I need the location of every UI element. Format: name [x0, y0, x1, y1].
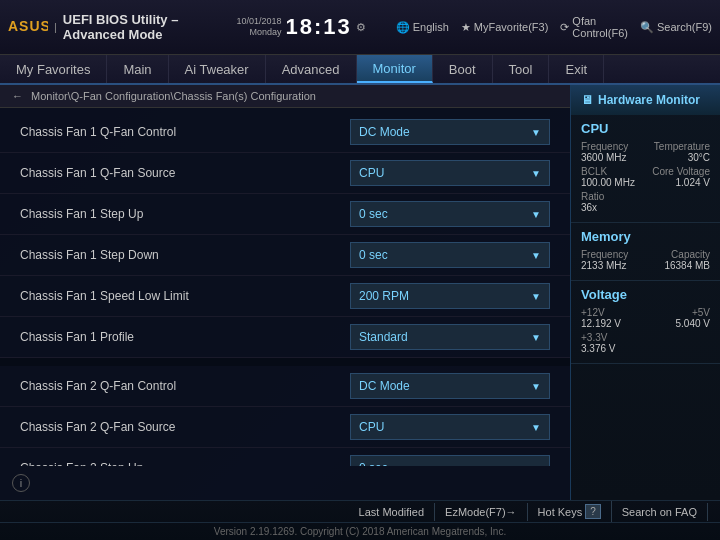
- dropdown-arrow-icon: ▼: [531, 291, 541, 302]
- hardware-monitor-title: 🖥 Hardware Monitor: [571, 85, 720, 115]
- hw-mem-freq-value: 2133 MHz: [581, 260, 628, 271]
- dropdown-arrow-icon: ▼: [531, 332, 541, 343]
- cf2-qfan-control-dropdown[interactable]: DC Mode ▼: [350, 373, 550, 399]
- table-row: Chassis Fan 1 Step Down 0 sec ▼: [0, 235, 570, 276]
- nav-my-favorites[interactable]: My Favorites: [0, 55, 107, 83]
- dropdown-arrow-icon: ▼: [531, 209, 541, 220]
- cf1-step-up-dropdown[interactable]: 0 sec ▼: [350, 201, 550, 227]
- settings-gear-icon[interactable]: ⚙: [356, 21, 366, 34]
- settings-list: Chassis Fan 1 Q-Fan Control DC Mode ▼ Ch…: [0, 108, 570, 466]
- hw-12v-value: 12.192 V: [581, 318, 621, 329]
- breadcrumb-text: Monitor\Q-Fan Configuration\Chassis Fan(…: [31, 90, 316, 102]
- nav-main[interactable]: Main: [107, 55, 168, 83]
- nav-tool[interactable]: Tool: [493, 55, 550, 83]
- hot-keys-badge: ?: [585, 504, 601, 519]
- svg-text:ASUS: ASUS: [8, 18, 48, 34]
- hw-33v-value: 3.376 V: [581, 343, 710, 354]
- nav-boot[interactable]: Boot: [433, 55, 493, 83]
- logo-divider: |: [54, 21, 57, 33]
- hw-bclk-value: 100.00 MHz: [581, 177, 635, 188]
- nav-advanced[interactable]: Advanced: [266, 55, 357, 83]
- cf1-qfan-source-label: Chassis Fan 1 Q-Fan Source: [20, 166, 350, 180]
- table-row: Chassis Fan 1 Q-Fan Source CPU ▼: [0, 153, 570, 194]
- back-arrow[interactable]: ←: [12, 90, 23, 102]
- hw-memory-title: Memory: [581, 229, 710, 244]
- hw-freq-label: Frequency: [581, 141, 628, 152]
- cf2-qfan-source-dropdown[interactable]: CPU ▼: [350, 414, 550, 440]
- hw-memory-section: Memory Frequency 2133 MHz Capacity 16384…: [571, 223, 720, 281]
- hw-voltage-title: Voltage: [581, 287, 710, 302]
- hw-mem-cap-value: 16384 MB: [664, 260, 710, 271]
- cf1-qfan-control-dropdown[interactable]: DC Mode ▼: [350, 119, 550, 145]
- hardware-monitor-panel: 🖥 Hardware Monitor CPU Frequency 3600 MH…: [570, 85, 720, 500]
- hw-temp-label: Temperature: [654, 141, 710, 152]
- dropdown-arrow-icon: ▼: [531, 422, 541, 433]
- info-icon[interactable]: i: [12, 474, 30, 492]
- hw-mem-cap-label: Capacity: [664, 249, 710, 260]
- ezmode-button[interactable]: EzMode(F7)→: [435, 503, 528, 521]
- table-row: Chassis Fan 1 Speed Low Limit 200 RPM ▼: [0, 276, 570, 317]
- table-row: Chassis Fan 1 Step Up 0 sec ▼: [0, 194, 570, 235]
- cf1-step-down-dropdown[interactable]: 0 sec ▼: [350, 242, 550, 268]
- nav-exit[interactable]: Exit: [549, 55, 604, 83]
- time-display: 18:13: [285, 14, 351, 40]
- nav-monitor[interactable]: Monitor: [357, 55, 433, 83]
- content-area: ← Monitor\Q-Fan Configuration\Chassis Fa…: [0, 85, 720, 500]
- cf1-qfan-control-label: Chassis Fan 1 Q-Fan Control: [20, 125, 350, 139]
- search-link[interactable]: 🔍 Search(F9): [640, 21, 712, 34]
- cf2-step-up-dropdown[interactable]: 0 sec ▼: [350, 455, 550, 466]
- date-line2: Monday: [249, 27, 281, 38]
- top-links: 🌐 English ★ MyFavorite(F3) ⟳ Qfan Contro…: [396, 15, 712, 39]
- hw-5v-value: 5.040 V: [676, 318, 710, 329]
- breadcrumb: ← Monitor\Q-Fan Configuration\Chassis Fa…: [0, 85, 570, 108]
- nav-ai-tweaker[interactable]: Ai Tweaker: [169, 55, 266, 83]
- date-line1: 10/01/2018: [236, 16, 281, 27]
- hw-12v-label: +12V: [581, 307, 621, 318]
- hw-row: BCLK 100.00 MHz Core Voltage 1.024 V: [581, 166, 710, 188]
- table-row: Chassis Fan 2 Step Up 0 sec ▼: [0, 448, 570, 466]
- hw-freq-value: 3600 MHz: [581, 152, 628, 163]
- cf1-step-up-label: Chassis Fan 1 Step Up: [20, 207, 350, 221]
- qfan-link[interactable]: ⟳ Qfan Control(F6): [560, 15, 628, 39]
- dropdown-arrow-icon: ▼: [531, 168, 541, 179]
- cf1-speed-low-dropdown[interactable]: 200 RPM ▼: [350, 283, 550, 309]
- logo-area: ASUS | UEFI BIOS Utility – Advanced Mode: [8, 12, 206, 42]
- hw-mem-freq-label: Frequency: [581, 249, 628, 260]
- cf1-profile-dropdown[interactable]: Standard ▼: [350, 324, 550, 350]
- copyright-text: Version 2.19.1269. Copyright (C) 2018 Am…: [214, 526, 506, 537]
- bios-title: UEFI BIOS Utility – Advanced Mode: [63, 12, 207, 42]
- cf2-qfan-source-label: Chassis Fan 2 Q-Fan Source: [20, 420, 350, 434]
- top-bar: ASUS | UEFI BIOS Utility – Advanced Mode…: [0, 0, 720, 55]
- cf1-qfan-source-dropdown[interactable]: CPU ▼: [350, 160, 550, 186]
- footer-buttons: Last Modified EzMode(F7)→ Hot Keys ? Sea…: [0, 501, 720, 523]
- hw-row: Frequency 3600 MHz Temperature 30°C: [581, 141, 710, 163]
- hw-corevolt-label: Core Voltage: [652, 166, 710, 177]
- myfavorite-link[interactable]: ★ MyFavorite(F3): [461, 21, 549, 34]
- hot-keys-button[interactable]: Hot Keys ?: [528, 501, 612, 522]
- dropdown-arrow-icon: ▼: [531, 127, 541, 138]
- search-faq-button[interactable]: Search on FAQ: [612, 503, 708, 521]
- hw-cpu-section: CPU Frequency 3600 MHz Temperature 30°C …: [571, 115, 720, 223]
- hw-row: Ratio 36x: [581, 191, 710, 213]
- language-link[interactable]: 🌐 English: [396, 21, 449, 34]
- hw-temp-value: 30°C: [654, 152, 710, 163]
- cf1-speed-low-label: Chassis Fan 1 Speed Low Limit: [20, 289, 350, 303]
- last-modified-button[interactable]: Last Modified: [349, 503, 435, 521]
- nav-bar: My Favorites Main Ai Tweaker Advanced Mo…: [0, 55, 720, 85]
- hw-voltage-section: Voltage +12V 12.192 V +5V 5.040 V +3.3V …: [571, 281, 720, 364]
- hw-bclk-label: BCLK: [581, 166, 635, 177]
- hw-ratio-label: Ratio: [581, 191, 710, 202]
- table-row: Chassis Fan 2 Q-Fan Control DC Mode ▼: [0, 366, 570, 407]
- hw-row: Frequency 2133 MHz Capacity 16384 MB: [581, 249, 710, 271]
- hw-corevolt-value: 1.024 V: [652, 177, 710, 188]
- table-row: Chassis Fan 1 Profile Standard ▼: [0, 317, 570, 358]
- cf1-step-down-label: Chassis Fan 1 Step Down: [20, 248, 350, 262]
- footer: Last Modified EzMode(F7)→ Hot Keys ? Sea…: [0, 500, 720, 540]
- table-row: Chassis Fan 1 Q-Fan Control DC Mode ▼: [0, 112, 570, 153]
- hw-row: +3.3V 3.376 V: [581, 332, 710, 354]
- cf2-qfan-control-label: Chassis Fan 2 Q-Fan Control: [20, 379, 350, 393]
- bottom-left: i: [0, 466, 570, 500]
- main-panel: ← Monitor\Q-Fan Configuration\Chassis Fa…: [0, 85, 570, 500]
- section-divider: [0, 358, 570, 366]
- cf1-profile-label: Chassis Fan 1 Profile: [20, 330, 350, 344]
